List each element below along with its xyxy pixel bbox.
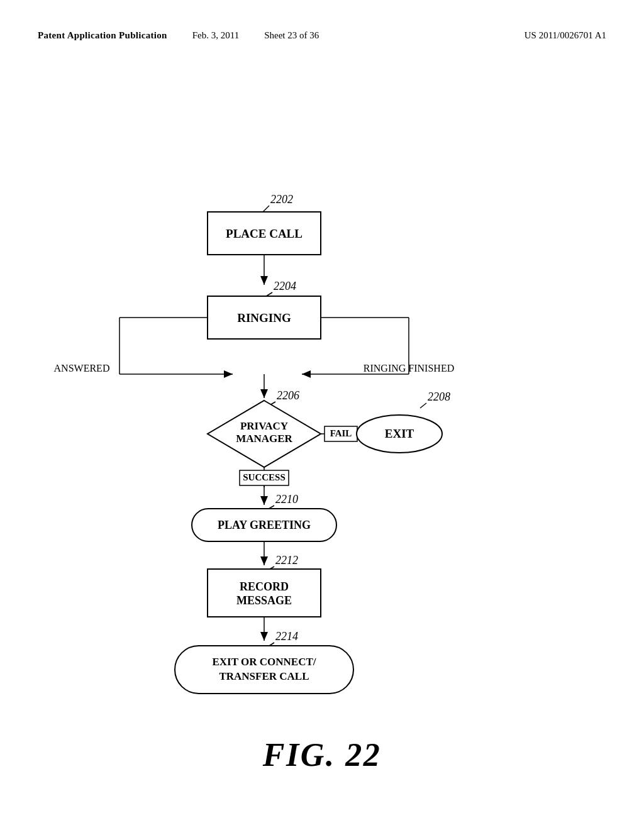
label-2208: 2208 xyxy=(428,390,450,403)
label-2214: 2214 xyxy=(275,630,298,643)
label-2210: 2210 xyxy=(275,493,298,506)
svg-line-17 xyxy=(420,403,426,408)
fail-label: FAIL xyxy=(330,428,352,438)
node-2204-label: RINGING xyxy=(237,311,291,324)
svg-marker-2 xyxy=(260,276,268,285)
label-2202: 2202 xyxy=(270,193,293,206)
answered-label: ANSWERED xyxy=(54,363,110,374)
node-2214 xyxy=(175,646,353,694)
label-2204: 2204 xyxy=(274,280,296,292)
node-2214-label2: TRANSFER CALL xyxy=(219,670,309,682)
node-2214-label1: EXIT OR CONNECT/ xyxy=(213,656,316,668)
node-2212 xyxy=(208,569,321,617)
svg-marker-13 xyxy=(260,389,268,398)
node-2206-label1: PRIVACY xyxy=(240,420,288,432)
figure-label: FIG. 22 xyxy=(263,736,382,773)
svg-marker-21 xyxy=(260,496,268,505)
header-sheet: Sheet 23 of 36 xyxy=(264,30,319,41)
node-2210-label: PLAY GREETING xyxy=(218,519,311,531)
svg-marker-24 xyxy=(260,556,268,565)
node-2212-label1: RECORD xyxy=(240,580,289,593)
label-2212: 2212 xyxy=(275,554,298,567)
page-header: Patent Application Publication Feb. 3, 2… xyxy=(0,30,644,41)
flowchart-svg: 2202 PLACE CALL 2204 RINGING ANSWERED RI xyxy=(0,82,644,830)
node-2202-label: PLACE CALL xyxy=(226,227,303,240)
header-number: US 2011/0026701 A1 xyxy=(525,30,606,41)
success-label: SUCCESS xyxy=(243,472,286,482)
svg-marker-27 xyxy=(260,632,268,641)
node-2206-label2: MANAGER xyxy=(236,433,292,445)
ringing-finished-label: RINGING FINISHED xyxy=(364,363,454,374)
node-2212-label2: MESSAGE xyxy=(236,594,292,607)
header-date: Feb. 3, 2011 xyxy=(192,30,239,41)
patent-label: Patent Application Publication xyxy=(38,30,167,41)
svg-marker-11 xyxy=(302,370,311,378)
diagram-area: 2202 PLACE CALL 2204 RINGING ANSWERED RI xyxy=(0,82,644,830)
svg-marker-7 xyxy=(224,370,233,378)
label-2206: 2206 xyxy=(277,389,299,402)
node-2208-label: EXIT xyxy=(385,427,414,440)
